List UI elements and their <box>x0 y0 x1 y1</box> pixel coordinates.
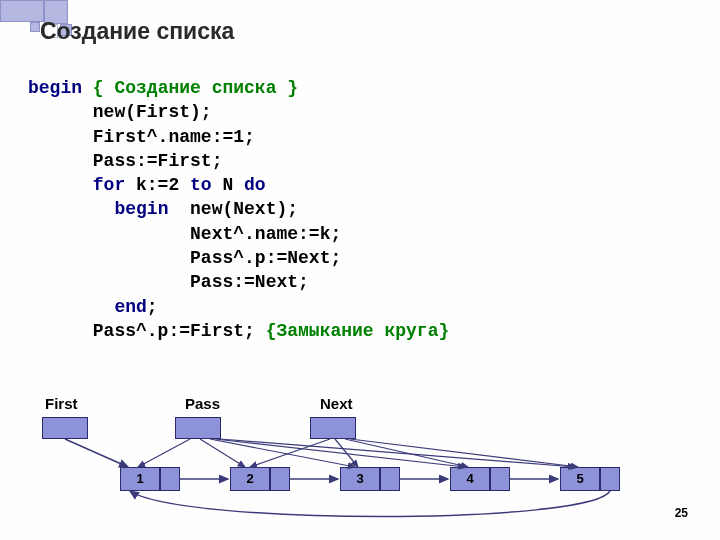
list-node-ptr <box>270 467 290 491</box>
page-number: 25 <box>675 506 688 520</box>
label-first: First <box>45 395 78 412</box>
code-frag: N <box>212 175 244 195</box>
code-line: First^.name:=1; <box>28 127 255 147</box>
list-node-ptr <box>380 467 400 491</box>
code-frag: k:=2 <box>125 175 190 195</box>
code-line: Next^.name:=k; <box>28 224 341 244</box>
pointer-first <box>42 417 88 439</box>
label-next: Next <box>320 395 353 412</box>
comment: { Создание списка } <box>82 78 298 98</box>
svg-line-1 <box>138 439 190 467</box>
code-frag: new(Next); <box>168 199 298 219</box>
diagram-arrows <box>30 395 690 535</box>
code-frag: Pass^.p:=First; <box>28 321 266 341</box>
kw-for: for <box>93 175 125 195</box>
list-node: 1 <box>120 467 160 491</box>
pointer-next <box>310 417 356 439</box>
deco-square <box>0 0 44 22</box>
code-line: Pass:=First; <box>28 151 222 171</box>
svg-line-9 <box>350 439 578 467</box>
code-indent <box>28 199 114 219</box>
svg-line-2 <box>200 439 245 467</box>
list-node-ptr <box>490 467 510 491</box>
svg-line-4 <box>215 439 465 467</box>
deco-square <box>30 22 40 32</box>
pointer-pass <box>175 417 221 439</box>
svg-line-0 <box>65 439 128 467</box>
comment: {Замыкание круга} <box>266 321 450 341</box>
code-line: Pass^.p:=Next; <box>28 248 341 268</box>
svg-line-5 <box>220 439 575 467</box>
kw-begin: begin <box>28 78 82 98</box>
svg-line-8 <box>345 439 468 467</box>
code-line: Pass:=Next; <box>28 272 309 292</box>
code-line: new(First); <box>28 102 212 122</box>
list-node: 2 <box>230 467 270 491</box>
slide-title: Создание списка <box>40 18 234 45</box>
list-node: 4 <box>450 467 490 491</box>
list-node: 5 <box>560 467 600 491</box>
svg-line-3 <box>210 439 355 467</box>
label-pass: Pass <box>185 395 220 412</box>
svg-line-7 <box>335 439 358 467</box>
code-indent <box>28 297 114 317</box>
list-node: 3 <box>340 467 380 491</box>
kw-begin: begin <box>114 199 168 219</box>
kw-end: end <box>114 297 146 317</box>
svg-line-6 <box>250 439 330 467</box>
code-indent <box>28 175 93 195</box>
list-node-ptr <box>160 467 180 491</box>
linked-list-diagram: First Pass Next 1 2 3 4 5 <box>30 395 690 535</box>
code-frag: ; <box>147 297 158 317</box>
list-node-ptr <box>600 467 620 491</box>
code-block: begin { Создание списка } new(First); Fi… <box>28 76 449 343</box>
kw-do: do <box>244 175 266 195</box>
kw-to: to <box>190 175 212 195</box>
